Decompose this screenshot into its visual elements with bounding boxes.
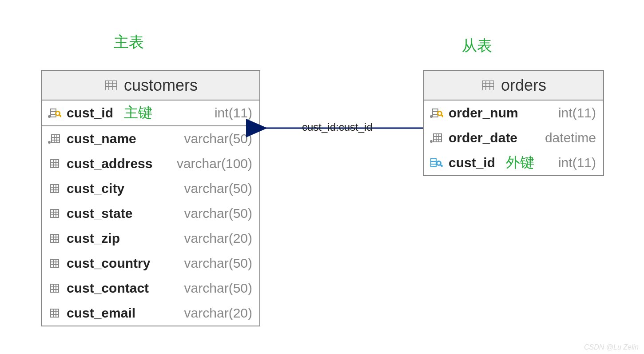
primary-key-icon bbox=[429, 108, 444, 118]
column-row: cust_zipvarchar(20) bbox=[42, 226, 259, 251]
table-orders: orders order_numint(11)order_datedatetim… bbox=[423, 70, 604, 176]
foreign-key-annotation: 外键 bbox=[506, 153, 534, 173]
column-icon bbox=[47, 258, 62, 269]
column-name: cust_zip bbox=[67, 231, 120, 246]
column-row: cust_addressvarchar(100) bbox=[42, 151, 259, 176]
table-header-customers: customers bbox=[42, 71, 259, 101]
column-type: varchar(50) bbox=[184, 181, 252, 196]
column-icon bbox=[47, 208, 62, 219]
svg-rect-38 bbox=[51, 259, 59, 267]
svg-line-76 bbox=[441, 165, 442, 166]
column-type: varchar(50) bbox=[184, 281, 252, 296]
column-name: cust_country bbox=[67, 256, 150, 271]
column-icon bbox=[47, 283, 62, 294]
svg-rect-48 bbox=[51, 309, 59, 317]
svg-rect-23 bbox=[51, 185, 59, 193]
table-header-orders: orders bbox=[424, 71, 603, 101]
column-name: order_num bbox=[449, 105, 518, 121]
column-row: order_numint(11) bbox=[424, 101, 603, 125]
column-type: int(11) bbox=[558, 155, 596, 170]
column-row: cust_id主键int(11) bbox=[42, 101, 259, 126]
table-icon bbox=[103, 80, 119, 90]
column-icon bbox=[47, 233, 62, 244]
column-type: varchar(20) bbox=[184, 231, 252, 246]
svg-rect-33 bbox=[51, 234, 59, 242]
svg-rect-71 bbox=[431, 159, 436, 167]
svg-rect-0 bbox=[105, 80, 117, 90]
svg-rect-66 bbox=[433, 134, 441, 142]
column-row: cust_namevarchar(50) bbox=[42, 126, 259, 151]
table-customers: customers cust_id主键int(11)cust_namevarch… bbox=[41, 70, 260, 326]
column-name: cust_address bbox=[67, 156, 152, 171]
svg-rect-43 bbox=[51, 284, 59, 292]
column-icon bbox=[47, 158, 62, 169]
column-name: cust_contact bbox=[67, 281, 149, 296]
column-name: cust_name bbox=[67, 131, 136, 146]
watermark: CSDN @Lu Zelin bbox=[584, 343, 639, 351]
column-icon bbox=[47, 183, 62, 194]
column-row: order_datedatetime bbox=[424, 125, 603, 150]
svg-rect-13 bbox=[52, 135, 60, 143]
column-type: varchar(20) bbox=[184, 306, 252, 321]
column-icon bbox=[429, 133, 444, 143]
svg-rect-53 bbox=[482, 80, 494, 90]
table-title: orders bbox=[501, 76, 546, 95]
svg-rect-18 bbox=[51, 160, 59, 168]
svg-rect-28 bbox=[51, 209, 59, 217]
column-name: cust_city bbox=[67, 181, 124, 196]
column-name: order_date bbox=[449, 130, 517, 145]
column-type: varchar(50) bbox=[184, 206, 252, 221]
column-type: int(11) bbox=[215, 105, 252, 121]
svg-line-11 bbox=[60, 115, 61, 116]
column-icon bbox=[47, 308, 62, 318]
column-type: varchar(100) bbox=[177, 156, 252, 171]
column-row: cust_emailvarchar(20) bbox=[42, 301, 259, 326]
table-title: customers bbox=[124, 76, 198, 95]
column-row: cust_statevarchar(50) bbox=[42, 201, 259, 226]
primary-key-icon bbox=[47, 108, 62, 118]
primary-key-annotation: 主键 bbox=[124, 103, 152, 123]
column-row: cust_id外键int(11) bbox=[424, 150, 603, 175]
column-type: varchar(50) bbox=[184, 131, 252, 146]
child-table-label: 从表 bbox=[462, 36, 492, 56]
column-name: cust_email bbox=[67, 306, 135, 321]
column-name: cust_id bbox=[449, 155, 495, 170]
column-type: int(11) bbox=[558, 105, 596, 121]
svg-line-64 bbox=[442, 115, 443, 116]
svg-point-65 bbox=[430, 140, 433, 143]
column-row: cust_countryvarchar(50) bbox=[42, 251, 259, 276]
main-table-label: 主表 bbox=[114, 32, 144, 52]
column-icon bbox=[47, 133, 62, 144]
column-type: datetime bbox=[545, 130, 596, 145]
relation-label: cust_id:cust_id bbox=[302, 121, 373, 133]
foreign-key-icon bbox=[429, 157, 444, 168]
table-icon bbox=[481, 80, 496, 90]
column-row: cust_contactvarchar(50) bbox=[42, 276, 259, 301]
column-row: cust_cityvarchar(50) bbox=[42, 176, 259, 201]
column-type: varchar(50) bbox=[184, 256, 252, 271]
svg-point-12 bbox=[48, 141, 51, 144]
column-name: cust_state bbox=[67, 206, 132, 221]
column-name: cust_id bbox=[67, 105, 113, 121]
